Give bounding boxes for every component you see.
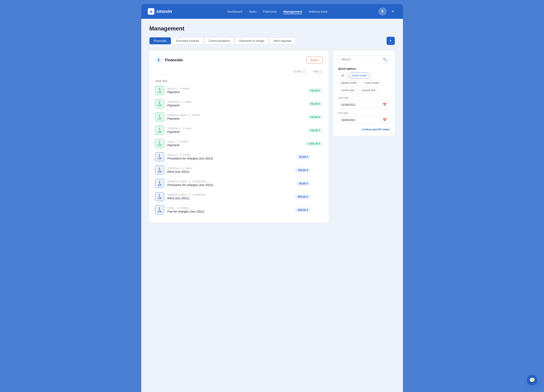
amount-badge: 50,00 €: [297, 181, 310, 186]
quick-option-3-last-months[interactable]: 3 last months: [361, 80, 382, 86]
quick-option-passed-year[interactable]: passed year: [359, 87, 378, 93]
financials-panel: € Financials Export TO PAY i PAID i: [149, 51, 329, 222]
transaction-subtitle: SYBLE - A. TOWNE: [167, 207, 292, 209]
transaction-row: 1 JUN ROBERTO LANE1 - E. THOMPSON Provis…: [155, 177, 323, 190]
tab-purchase-invoices[interactable]: Purchase invoices: [172, 37, 204, 44]
transaction-name: Rent (Jun 2021): [167, 170, 292, 173]
tab-communications[interactable]: Communications: [204, 37, 234, 44]
end-date-input[interactable]: [341, 118, 381, 122]
nav-tasks[interactable]: Tasks: [249, 9, 257, 14]
end-date-label: End date: [338, 112, 390, 115]
transaction-info: TERRESA 2 - J. HAAG Payment: [167, 101, 304, 107]
quick-option-current-year[interactable]: current year: [338, 87, 358, 93]
nav-patrimony[interactable]: Patrimony: [263, 9, 277, 14]
date-badge: 1 JUN: [155, 152, 164, 161]
search-input[interactable]: [341, 58, 381, 61]
transaction-info: ROBERTO LANE1 - E. THOMPSON Provisions f…: [167, 180, 294, 187]
month-abbr: JUN: [157, 157, 161, 160]
panel-header: € Financials Export: [155, 56, 323, 64]
transaction-name: Provisions for charges (Jun 2021): [167, 183, 294, 187]
date-badge: 2 JUN: [155, 99, 164, 108]
tab-payments-to-assign[interactable]: Payments to assign: [235, 37, 268, 44]
filter-card: 🔍 Quick options allcurrent monthpassed m…: [333, 51, 395, 136]
date-badge: 3 JUN: [155, 86, 164, 95]
amount-badge: 400,00 €: [295, 194, 311, 199]
transaction-subtitle: ROBERTO LANE1 - E. THOMPSON: [167, 194, 292, 196]
table-header: TO PAY i PAID i: [155, 70, 323, 75]
main-nav: Dashboard Tasks Patrimony Management Add…: [185, 9, 370, 14]
amount-badge: 750,00 €: [307, 128, 323, 133]
transaction-name: Rent (Jun 2021): [167, 196, 292, 200]
transaction-subtitle: SYBLE - A. TOWNE: [167, 140, 302, 143]
content-area: € Financials Export TO PAY i PAID i: [149, 51, 395, 222]
nav-dashboard[interactable]: Dashboard: [227, 9, 242, 14]
transaction-info: SYBLE - A. TOWNE Payment: [167, 140, 302, 147]
end-date-row: 📅: [338, 116, 390, 124]
transaction-row: 1 JUN TERRESA 4 - Y. HAAG Rent (Jun 2021…: [155, 164, 323, 177]
transaction-subtitle: TERRESA 2 - J. HAAG: [167, 101, 304, 103]
start-date-label: Start date: [338, 96, 390, 99]
tabs-bar: Financials Purchase invoices Communicati…: [149, 37, 395, 45]
amount-badge: 50,00 €: [297, 155, 310, 159]
month-abbr: JUN: [157, 210, 161, 213]
quick-option-passed-month[interactable]: passed month: [338, 80, 360, 86]
date-badge: 1 JUN: [155, 139, 164, 148]
transaction-name: Payment: [167, 117, 304, 120]
transaction-subtitle: SKILES 2 - V. WARD: [167, 87, 304, 90]
transaction-row: 1 JUN ROBERTO LANE3 - L. BORER Payment 7…: [155, 110, 323, 124]
amount-badge: 1 600,00 €: [305, 141, 323, 146]
right-panel: 🔍 Quick options allcurrent monthpassed m…: [333, 51, 395, 222]
day-number: 1: [159, 194, 160, 197]
chat-icon: 💬: [529, 377, 535, 383]
search-icon: 🔍: [383, 57, 387, 61]
amount-badge: 750,00 €: [307, 88, 323, 93]
export-button[interactable]: Export: [307, 57, 323, 63]
start-date-input[interactable]: [341, 103, 381, 106]
date-badge: 1 JUN: [155, 192, 164, 201]
transaction-row: 1 JUN ROBERTO LANE1 - E. THOMPSON Rent (…: [155, 190, 323, 203]
month-abbr: JUN: [157, 184, 161, 186]
date-badge: 1 JUN: [155, 179, 164, 188]
transaction-row: 1 JUN SYBLE - A. TOWNE Payment 1 600,00 …: [155, 137, 323, 150]
day-number: 1: [159, 141, 160, 144]
header-plus-button[interactable]: +: [390, 8, 396, 15]
chat-bubble-button[interactable]: 💬: [527, 375, 538, 386]
month-abbr: JUN: [157, 131, 161, 133]
start-date-calendar-icon: 📅: [383, 103, 387, 107]
month-abbr: JUN: [157, 118, 161, 120]
svg-marker-0: [150, 10, 152, 13]
transaction-row: 2 JUN TERRESA 2 - J. HAAG Payment 750,00…: [155, 97, 323, 110]
transaction-row: 1 JUN TERRESA 4 - Y. HAAG Payment 750,00…: [155, 124, 323, 137]
month-abbr: JUN: [157, 197, 161, 199]
transaction-info: ROBERTO LANE3 - L. BORER Payment: [167, 114, 304, 120]
app-container: smovin Dashboard Tasks Patrimony Managem…: [141, 4, 403, 392]
nav-addressbook[interactable]: Address book: [309, 9, 327, 14]
day-number: 1: [159, 154, 160, 157]
day-number: 2: [159, 101, 160, 104]
date-badge: 1 JUN: [155, 205, 164, 214]
avatar: S: [378, 7, 387, 16]
tabs-add-button[interactable]: +: [387, 37, 395, 45]
transaction-row: 3 JUN SKILES 2 - V. WARD Payment 750,00 …: [155, 84, 323, 97]
month-abbr: JUN: [157, 104, 161, 107]
lookup-specific-dates-link[interactable]: Lookup specific dates: [338, 128, 390, 131]
quick-option-all[interactable]: all: [338, 73, 347, 78]
panel-title: € Financials: [155, 56, 183, 64]
logo: smovin: [148, 8, 177, 15]
transaction-name: Payment: [167, 90, 304, 94]
transaction-name: Payment: [167, 130, 304, 133]
transaction-info: SKILES 2 - V. WARD Payment: [167, 87, 304, 94]
nav-management[interactable]: Management: [283, 9, 302, 14]
tab-financials[interactable]: Financials: [149, 37, 171, 44]
transaction-info: SKILES 1 - S. PURDY Provisions for charg…: [167, 154, 294, 160]
amount-badge: 750,00 €: [307, 101, 323, 106]
quick-options-label: Quick options: [338, 67, 390, 70]
amount-badge: 750,00 €: [307, 115, 323, 119]
tab-rent-requests[interactable]: Rent requests: [269, 37, 296, 44]
day-number: 1: [159, 207, 160, 210]
transaction-info: TERRESA 4 - Y. HAAG Payment: [167, 127, 304, 133]
transaction-info: ROBERTO LANE1 - E. THOMPSON Rent (Jun 20…: [167, 194, 292, 200]
start-date-row: 📅: [338, 101, 390, 108]
transaction-name: Payment: [167, 143, 302, 147]
quick-option-current-month[interactable]: current month: [349, 73, 370, 78]
